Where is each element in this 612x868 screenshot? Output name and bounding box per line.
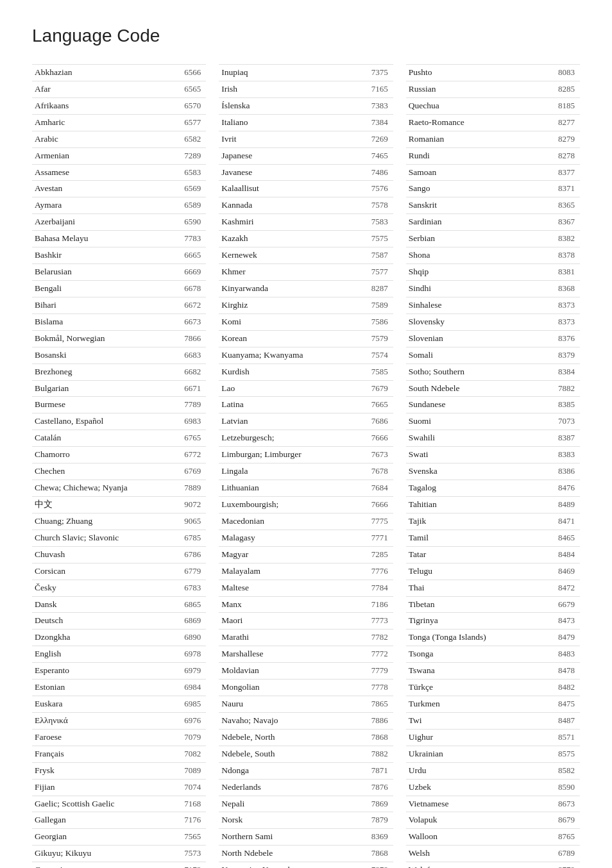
language-name: Macedonian	[221, 515, 268, 528]
language-name: Afrikaans	[35, 99, 72, 113]
table-row: Sango8371	[406, 181, 580, 197]
table-row: Sindhi8368	[406, 281, 580, 297]
language-code: 8473	[558, 614, 575, 627]
table-row: Japanese7465	[219, 148, 393, 165]
language-code: 7886	[371, 714, 388, 727]
table-row: Faroese7079	[32, 730, 206, 746]
column-1: Abkhazian6566Afar6565Afrikaans6570Amhari…	[32, 64, 219, 868]
table-row: Magyar7285	[219, 547, 393, 563]
language-name: Limburgan; Limburger	[221, 448, 305, 462]
language-code: 8479	[558, 631, 575, 644]
column-3: Pushto8083Russian8285Quechua8185Raeto-Ro…	[406, 64, 580, 868]
table-row: Afar6565	[32, 81, 206, 98]
language-code: 8575	[558, 747, 575, 760]
language-name: Chuvash	[35, 548, 69, 562]
table-row: Urdu8582	[406, 763, 580, 780]
language-code: 8472	[558, 581, 575, 594]
table-row: Church Slavic; Slavonic6785	[32, 530, 206, 547]
table-row: Kalaallisut7576	[219, 181, 393, 197]
table-row: Fijian7074	[32, 780, 206, 796]
language-code: 6984	[184, 681, 201, 694]
language-code: 7574	[371, 349, 388, 362]
table-row: Somali8379	[406, 347, 580, 364]
table-row: Svenska8386	[406, 463, 580, 480]
table-row: Tatar8484	[406, 547, 580, 563]
language-code: 8385	[558, 398, 575, 411]
table-row: Slovensky8373	[406, 314, 580, 331]
language-code: 7082	[184, 747, 201, 760]
table-row: Uzbek8590	[406, 780, 580, 796]
table-row: Ελληνικά6976	[32, 713, 206, 730]
table-row: South Ndebele7882	[406, 381, 580, 397]
table-row: Limburgan; Limburger7673	[219, 447, 393, 463]
language-name: Lingala	[221, 465, 251, 478]
table-row: Maori7773	[219, 613, 393, 630]
language-code: 7176	[184, 814, 201, 826]
language-name: Slovenian	[409, 332, 447, 346]
language-name: Dansk	[35, 598, 61, 612]
language-name: Sinhalese	[409, 299, 446, 312]
language-code: 7869	[371, 797, 388, 810]
table-row: Sanskrit8365	[406, 197, 580, 214]
language-name: Swahili	[409, 431, 439, 445]
table-row: Korean7579	[219, 331, 393, 347]
language-name: Afar	[35, 83, 55, 96]
language-name: Estonian	[35, 681, 69, 694]
language-name: Ndebele, North	[221, 731, 278, 744]
table-row: Lingala7678	[219, 463, 393, 480]
language-code: 8279	[558, 133, 575, 146]
language-name: Urdu	[409, 764, 430, 778]
language-code: 8679	[558, 814, 575, 826]
language-code: 8471	[558, 515, 575, 528]
language-name: Bislama	[35, 315, 67, 329]
language-code: 6665	[184, 249, 201, 262]
language-code: 6983	[184, 415, 201, 428]
table-row: Brezhoneg6682	[32, 364, 206, 381]
language-code: 8590	[558, 781, 575, 794]
language-name: Slovensky	[409, 315, 448, 329]
table-row: Norsk7879	[219, 812, 393, 829]
table-row: Gaelic; Scottish Gaelic7168	[32, 796, 206, 813]
language-code: 8382	[558, 232, 575, 245]
table-row: Bosanski6683	[32, 347, 206, 364]
table-row: Khmer7577	[219, 264, 393, 281]
language-code: 7578	[371, 199, 388, 212]
language-name: Euskara	[35, 697, 66, 711]
table-row: Ndebele, North7868	[219, 730, 393, 746]
language-code: 7589	[371, 299, 388, 312]
language-name: Chuang; Zhuang	[35, 515, 96, 528]
language-code: 8381	[558, 265, 575, 278]
language-name: Français	[35, 747, 68, 761]
table-row: Euskara6985	[32, 696, 206, 713]
language-code: 8386	[558, 465, 575, 478]
table-row: Guarani7178	[32, 862, 206, 868]
language-name: Church Slavic; Slavonic	[35, 531, 123, 545]
table-row: Ivrit7269	[219, 131, 393, 148]
language-code: 8765	[558, 830, 575, 843]
language-name: Sundanese	[409, 398, 450, 412]
language-name: Deutsch	[35, 614, 67, 628]
language-code: 9065	[184, 515, 201, 528]
language-name: Bosanski	[35, 349, 71, 362]
language-name: Moldavian	[221, 664, 263, 678]
language-name: Bulgarian	[35, 382, 72, 396]
language-name: Telugu	[409, 565, 436, 578]
language-name: Italiano	[221, 116, 251, 129]
language-name: Assamese	[35, 166, 73, 179]
language-name: Aymara	[35, 199, 65, 212]
language-code: 7879	[371, 814, 388, 826]
table-row: Avestan6569	[32, 181, 206, 197]
table-row: Kinyarwanda8287	[219, 281, 393, 297]
table-row: Swahili8387	[406, 430, 580, 447]
language-code: 8387	[558, 431, 575, 444]
table-row: Irish7165	[219, 81, 393, 98]
language-code: 7383	[371, 99, 388, 112]
table-row: Sotho; Southern8384	[406, 364, 580, 381]
table-row: Aymara6589	[32, 197, 206, 214]
language-name: Chewa; Chichewa; Nyanja	[35, 481, 132, 495]
language-name: Shqip	[409, 265, 433, 279]
language-code: 6976	[184, 714, 201, 727]
language-code: 6671	[184, 382, 201, 395]
language-name: Twi	[409, 714, 426, 728]
language-code: 6772	[184, 448, 201, 461]
